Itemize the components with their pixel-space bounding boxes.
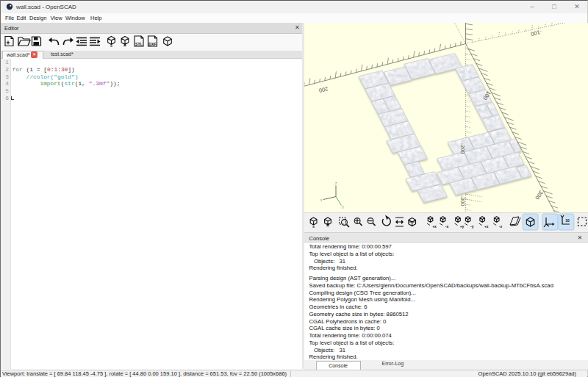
svg-text:200: 200 <box>318 85 328 94</box>
svg-text:-200: -200 <box>459 143 465 154</box>
svg-text:y: y <box>342 205 344 209</box>
svg-text:x: x <box>320 198 323 202</box>
svg-text:300: 300 <box>534 190 545 201</box>
svg-text:-x: -x <box>445 224 448 229</box>
svg-text:+x: +x <box>432 224 437 229</box>
svg-text:10: 10 <box>565 218 570 223</box>
svg-text:DXF: DXF <box>148 42 156 46</box>
svg-text:+y: +y <box>459 224 464 229</box>
svg-text:»: » <box>312 224 315 229</box>
svg-text:-100: -100 <box>530 29 542 37</box>
svg-text:-y: -y <box>470 224 473 229</box>
svg-text:-300: -300 <box>459 195 465 206</box>
svg-text:+z: +z <box>484 224 488 229</box>
svg-text:z: z <box>335 182 337 185</box>
svg-text:-z: -z <box>499 224 503 229</box>
svg-text:STL: STL <box>135 42 143 46</box>
